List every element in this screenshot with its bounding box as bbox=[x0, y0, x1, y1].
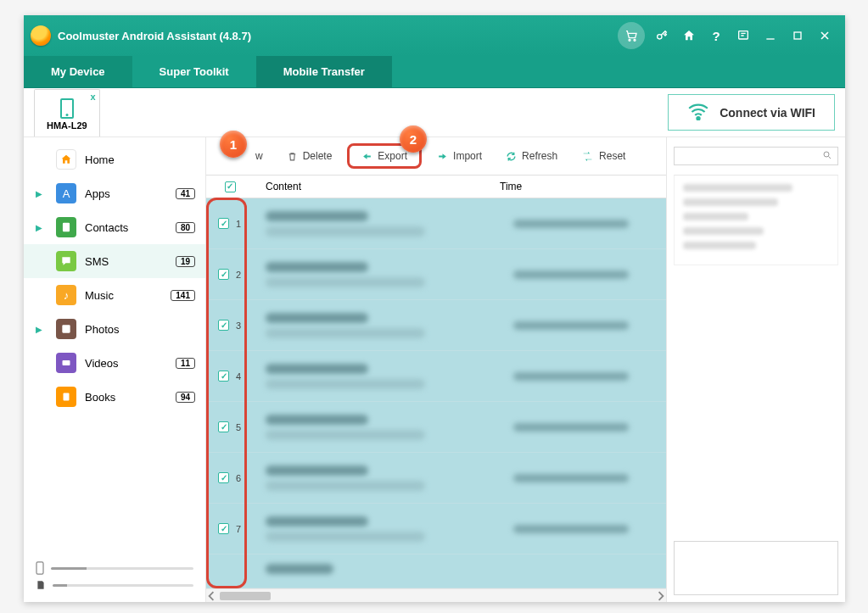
horizontal-scrollbar[interactable] bbox=[206, 588, 666, 602]
time-column-header[interactable]: Time bbox=[491, 181, 652, 192]
svg-rect-10 bbox=[62, 325, 70, 332]
key-button[interactable] bbox=[650, 24, 674, 47]
minimize-button[interactable] bbox=[759, 24, 782, 47]
table-row[interactable]: 3 bbox=[206, 300, 666, 351]
music-icon: ♪ bbox=[56, 285, 76, 305]
home-icon bbox=[56, 149, 76, 170]
table-row[interactable]: 5 bbox=[206, 402, 666, 453]
row-checkbox[interactable] bbox=[218, 472, 229, 483]
connect-wifi-button[interactable]: Connect via WIFI bbox=[668, 94, 835, 131]
row-check-cell[interactable]: 7 bbox=[206, 523, 254, 534]
table-header: Content Time bbox=[206, 175, 666, 198]
row-content bbox=[254, 408, 505, 447]
select-all-checkbox[interactable] bbox=[225, 181, 236, 192]
table-row[interactable]: 1 bbox=[206, 198, 666, 249]
search-input[interactable] bbox=[680, 151, 822, 161]
nav-list: Home ▶ A Apps 41 ▶ Contacts 80 SM bbox=[24, 137, 205, 549]
row-content bbox=[254, 255, 505, 294]
refresh-icon bbox=[506, 151, 517, 162]
detail-panel bbox=[667, 137, 845, 602]
info-card bbox=[674, 175, 838, 265]
table-row[interactable]: 4 bbox=[206, 351, 666, 402]
close-button[interactable] bbox=[813, 24, 837, 47]
row-check-cell[interactable]: 5 bbox=[206, 421, 254, 432]
tab-mobile-transfer[interactable]: Mobile Transfer bbox=[256, 56, 392, 87]
scroll-left-icon[interactable] bbox=[206, 591, 216, 601]
row-time bbox=[505, 416, 666, 438]
reply-box[interactable] bbox=[674, 541, 838, 595]
action-toolbar: w Delete Export Import bbox=[206, 137, 666, 175]
row-checkbox[interactable] bbox=[218, 523, 229, 534]
sms-table: Content Time 1234567 bbox=[206, 175, 666, 588]
sidebar-item-music[interactable]: ♪ Music 141 bbox=[24, 278, 205, 312]
refresh-button[interactable]: Refresh bbox=[497, 147, 566, 165]
device-name: HMA-L29 bbox=[47, 120, 87, 131]
row-check-cell[interactable]: 4 bbox=[206, 371, 254, 382]
table-row[interactable]: 6 bbox=[206, 453, 666, 504]
videos-icon bbox=[56, 353, 76, 373]
row-checkbox[interactable] bbox=[218, 320, 229, 331]
delete-button[interactable]: Delete bbox=[278, 147, 341, 165]
content-column-header[interactable]: Content bbox=[254, 181, 491, 192]
svg-point-2 bbox=[658, 35, 662, 39]
export-icon bbox=[361, 151, 372, 162]
device-close-icon[interactable]: x bbox=[91, 92, 96, 102]
row-check-cell[interactable]: 1 bbox=[206, 218, 254, 229]
row-content bbox=[254, 204, 505, 243]
feedback-button[interactable] bbox=[731, 24, 755, 47]
books-icon bbox=[56, 387, 76, 407]
badge: 80 bbox=[176, 222, 195, 233]
search-input-wrapper[interactable] bbox=[674, 147, 838, 165]
apps-icon: A bbox=[56, 183, 76, 203]
connect-wifi-label: Connect via WIFI bbox=[720, 106, 815, 120]
svg-rect-11 bbox=[63, 360, 70, 365]
phone-storage-icon bbox=[36, 561, 44, 575]
sidebar-item-home[interactable]: Home bbox=[24, 142, 205, 176]
cart-button[interactable] bbox=[618, 22, 645, 49]
body: Home ▶ A Apps 41 ▶ Contacts 80 SM bbox=[24, 137, 845, 602]
sidebar-item-photos[interactable]: ▶ Photos bbox=[24, 312, 205, 346]
table-row[interactable]: 7 bbox=[206, 504, 666, 554]
reset-button[interactable]: Reset bbox=[573, 147, 634, 165]
search-icon[interactable] bbox=[822, 148, 832, 164]
sidebar-item-sms[interactable]: SMS 19 bbox=[24, 244, 205, 278]
tab-super-toolkit[interactable]: Super Toolkit bbox=[132, 56, 256, 87]
sidebar-item-apps[interactable]: ▶ A Apps 41 bbox=[24, 176, 205, 210]
caret-icon: ▶ bbox=[36, 325, 48, 334]
photos-icon bbox=[56, 319, 76, 339]
sidebar-item-books[interactable]: Books 94 bbox=[24, 380, 205, 414]
row-checkbox[interactable] bbox=[218, 421, 229, 432]
import-button[interactable]: Import bbox=[428, 147, 490, 165]
new-button[interactable]: w bbox=[247, 147, 272, 165]
sidebar-item-videos[interactable]: Videos 11 bbox=[24, 346, 205, 380]
row-checkbox[interactable] bbox=[218, 218, 229, 229]
app-title: Coolmuster Android Assistant (4.8.7) bbox=[58, 30, 251, 42]
main-area: w Delete Export Import bbox=[206, 137, 845, 602]
tab-my-device[interactable]: My Device bbox=[24, 56, 132, 87]
select-all-header[interactable] bbox=[206, 181, 254, 192]
row-time bbox=[505, 213, 666, 235]
maximize-button[interactable] bbox=[786, 24, 809, 47]
callout-2: 2 bbox=[400, 125, 427, 153]
table-row[interactable]: 2 bbox=[206, 249, 666, 300]
table-body[interactable]: 1234567 bbox=[206, 198, 666, 588]
home-button[interactable] bbox=[677, 24, 701, 47]
badge: 19 bbox=[176, 256, 195, 267]
device-tab[interactable]: x HMA-L29 bbox=[34, 89, 100, 137]
scroll-right-icon[interactable] bbox=[656, 591, 666, 601]
row-check-cell[interactable]: 2 bbox=[206, 269, 254, 280]
row-checkbox[interactable] bbox=[218, 269, 229, 280]
phone-icon bbox=[60, 98, 74, 119]
row-check-cell[interactable]: 6 bbox=[206, 472, 254, 483]
row-content bbox=[254, 357, 505, 396]
help-button[interactable]: ? bbox=[704, 24, 728, 47]
badge: 11 bbox=[176, 358, 195, 369]
row-check-cell[interactable]: 3 bbox=[206, 320, 254, 331]
table-row[interactable] bbox=[206, 554, 666, 588]
hscroll-thumb[interactable] bbox=[220, 592, 271, 600]
svg-point-8 bbox=[697, 117, 700, 120]
row-checkbox[interactable] bbox=[218, 371, 229, 382]
sd-storage-row bbox=[36, 580, 193, 590]
sidebar-item-contacts[interactable]: ▶ Contacts 80 bbox=[24, 210, 205, 244]
svg-rect-5 bbox=[794, 32, 801, 39]
